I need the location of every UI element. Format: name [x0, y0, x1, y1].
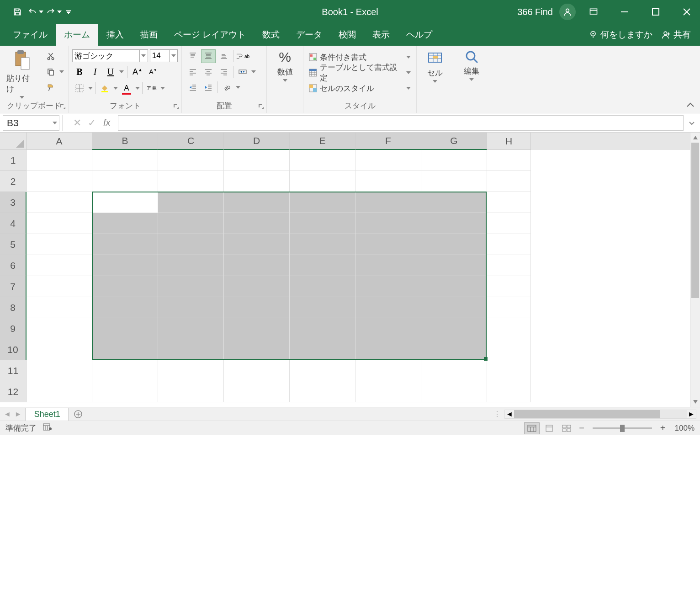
cell[interactable] — [92, 213, 158, 234]
tab-home[interactable]: ホーム — [56, 24, 98, 46]
cell[interactable] — [27, 318, 92, 339]
cell[interactable] — [290, 150, 355, 171]
row-header[interactable]: 11 — [0, 360, 27, 381]
cell[interactable] — [487, 255, 531, 276]
cell[interactable] — [27, 234, 92, 255]
select-all-button[interactable] — [0, 133, 27, 150]
row-header[interactable]: 4 — [0, 213, 27, 234]
bold-button[interactable]: B — [72, 65, 87, 79]
macro-record-icon[interactable] — [43, 423, 52, 433]
new-sheet-button[interactable] — [72, 408, 85, 421]
tell-me-search[interactable]: 何をしますか — [589, 24, 662, 46]
cell[interactable] — [224, 234, 290, 255]
alignment-launcher[interactable] — [257, 103, 265, 110]
cell[interactable] — [355, 339, 421, 360]
cell[interactable] — [421, 360, 487, 381]
cell[interactable] — [355, 150, 421, 171]
cell[interactable] — [92, 150, 158, 171]
align-bottom-button[interactable] — [217, 49, 231, 63]
expand-formula-bar[interactable] — [686, 121, 697, 125]
cell[interactable] — [290, 318, 355, 339]
save-button[interactable] — [8, 3, 27, 21]
cell[interactable] — [27, 171, 92, 192]
cell[interactable] — [158, 318, 224, 339]
cell[interactable] — [224, 297, 290, 318]
cell[interactable] — [355, 171, 421, 192]
column-header[interactable]: D — [224, 133, 290, 150]
column-header[interactable]: F — [355, 133, 421, 150]
font-launcher[interactable] — [172, 103, 180, 110]
cell[interactable] — [421, 255, 487, 276]
zoom-in-button[interactable]: + — [658, 423, 668, 433]
row-header[interactable]: 3 — [0, 192, 27, 213]
cell[interactable] — [355, 213, 421, 234]
cell[interactable] — [487, 276, 531, 297]
collapse-ribbon-button[interactable] — [686, 101, 695, 109]
cell[interactable] — [487, 234, 531, 255]
phonetic-button[interactable]: ア 亜 — [144, 81, 159, 95]
cell[interactable] — [355, 192, 421, 213]
cell[interactable] — [224, 276, 290, 297]
cell[interactable] — [421, 234, 487, 255]
cell[interactable] — [158, 255, 224, 276]
cell[interactable] — [421, 276, 487, 297]
cell[interactable] — [487, 213, 531, 234]
cell[interactable] — [158, 339, 224, 360]
column-header[interactable]: H — [487, 133, 531, 150]
column-header[interactable]: A — [27, 133, 92, 150]
cell[interactable] — [487, 171, 531, 192]
column-header[interactable]: G — [421, 133, 487, 150]
cell[interactable] — [27, 150, 92, 171]
font-color-button[interactable]: A — [119, 81, 134, 95]
cell[interactable] — [290, 360, 355, 381]
decrease-font-button[interactable]: A▼ — [146, 65, 160, 79]
cell[interactable] — [421, 192, 487, 213]
font-color-dropdown[interactable] — [135, 81, 140, 95]
phonetic-dropdown[interactable] — [160, 81, 165, 95]
cell[interactable] — [290, 276, 355, 297]
fill-color-button[interactable] — [97, 81, 112, 95]
cell[interactable] — [92, 297, 158, 318]
page-layout-view-button[interactable] — [541, 422, 557, 434]
number-format-button[interactable]: % 数値 — [270, 48, 300, 84]
user-avatar[interactable] — [559, 4, 576, 20]
align-right-button[interactable] — [217, 65, 231, 79]
scroll-up-button[interactable] — [690, 133, 700, 143]
cell[interactable] — [487, 339, 531, 360]
row-header[interactable]: 10 — [0, 339, 27, 360]
row-header[interactable]: 12 — [0, 381, 27, 402]
font-size-dropdown[interactable] — [170, 49, 178, 62]
cell[interactable] — [487, 360, 531, 381]
format-painter-button[interactable] — [43, 80, 58, 94]
cell[interactable] — [487, 192, 531, 213]
cell[interactable] — [92, 192, 158, 213]
row-header[interactable]: 6 — [0, 255, 27, 276]
cell[interactable] — [290, 339, 355, 360]
page-break-view-button[interactable] — [559, 422, 574, 434]
tab-formulas[interactable]: 数式 — [254, 24, 288, 46]
cell[interactable] — [158, 381, 224, 402]
cut-button[interactable] — [43, 49, 58, 63]
cell[interactable] — [224, 360, 290, 381]
cell[interactable] — [92, 339, 158, 360]
zoom-level[interactable]: 100% — [675, 424, 695, 433]
tab-help[interactable]: ヘルプ — [398, 24, 440, 46]
row-header[interactable]: 1 — [0, 150, 27, 171]
vertical-scrollbar[interactable] — [690, 133, 700, 407]
cell[interactable] — [355, 255, 421, 276]
undo-button[interactable] — [27, 3, 45, 21]
clipboard-launcher[interactable] — [59, 103, 66, 110]
cell[interactable] — [290, 381, 355, 402]
borders-dropdown[interactable] — [88, 81, 93, 95]
cell[interactable] — [487, 381, 531, 402]
format-as-table-button[interactable]: テーブルとして書式設定 — [307, 65, 413, 80]
increase-indent-button[interactable] — [201, 80, 216, 94]
cells-button[interactable]: セル — [419, 48, 450, 85]
tab-draw[interactable]: 描画 — [132, 24, 166, 46]
cell[interactable] — [487, 297, 531, 318]
wrap-text-button[interactable]: ab — [235, 49, 250, 63]
vscroll-thumb[interactable] — [691, 143, 699, 298]
borders-button[interactable] — [72, 81, 87, 95]
italic-button[interactable]: I — [88, 65, 102, 79]
cell[interactable] — [487, 150, 531, 171]
